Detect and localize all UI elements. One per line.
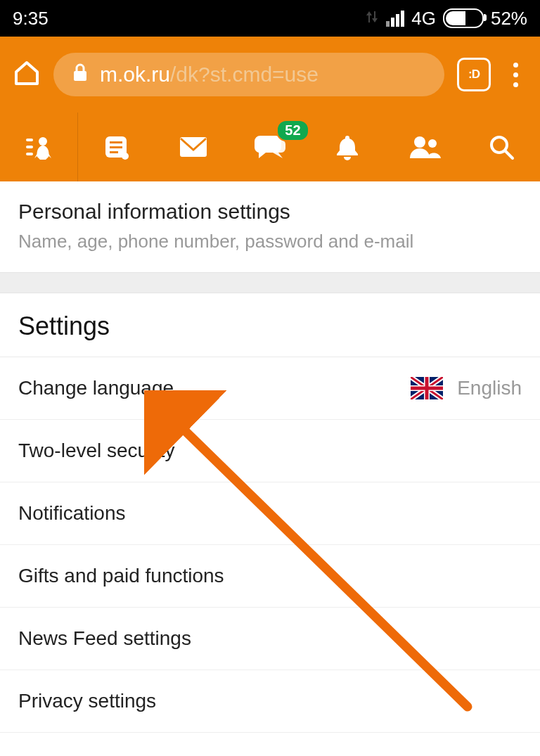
tabs-indicator: :D: [468, 68, 480, 82]
more-menu-icon[interactable]: [503, 63, 527, 87]
svg-point-11: [414, 136, 425, 148]
battery-icon: [443, 8, 484, 28]
svg-point-9: [122, 153, 129, 160]
svg-point-12: [428, 139, 437, 148]
row-label: News Feed settings: [18, 627, 191, 650]
svg-rect-6: [110, 141, 122, 143]
nav-mail-icon[interactable]: [155, 113, 232, 181]
row-news-feed-settings[interactable]: News Feed settings: [0, 608, 540, 670]
network-type: 4G: [411, 8, 436, 30]
svg-rect-0: [74, 71, 86, 81]
settings-heading: Settings: [0, 293, 540, 357]
data-transfer-icon: [365, 8, 379, 29]
svg-rect-3: [26, 153, 33, 155]
browser-toolbar: m.ok.ru/dk?st.cmd=use :D: [0, 37, 540, 113]
nav-search-icon[interactable]: [463, 113, 540, 181]
nav-bell-icon[interactable]: [309, 113, 386, 181]
nav-feed-icon[interactable]: [78, 113, 155, 181]
language-value: English: [457, 377, 522, 399]
address-bar[interactable]: m.ok.ru/dk?st.cmd=use: [53, 53, 444, 96]
row-label: Two-level security: [18, 440, 175, 462]
row-label: Notifications: [18, 502, 126, 525]
url-host: m.ok.ru: [100, 63, 170, 87]
row-change-language[interactable]: Change language English: [0, 357, 540, 420]
row-two-level-security[interactable]: Two-level security: [0, 420, 540, 482]
row-gifts-paid[interactable]: Gifts and paid functions: [0, 545, 540, 608]
nav-friends-icon[interactable]: [386, 113, 463, 181]
url-path: /dk?st.cmd=use: [170, 63, 319, 87]
row-privacy-settings[interactable]: Privacy settings: [0, 670, 540, 733]
nav-menu-icon[interactable]: [0, 113, 77, 181]
language-current: English: [411, 377, 522, 399]
battery-percent: 52%: [491, 8, 527, 30]
lock-icon: [72, 63, 89, 87]
tabs-button[interactable]: :D: [457, 58, 491, 91]
status-right-cluster: 4G 52%: [365, 8, 527, 30]
nav-chat-icon[interactable]: 52: [232, 113, 309, 181]
personal-info-block[interactable]: Personal information settings Name, age,…: [0, 181, 540, 272]
svg-rect-1: [26, 139, 33, 141]
row-label: Gifts and paid functions: [18, 565, 224, 587]
personal-info-subtitle: Name, age, phone number, password and e-…: [18, 231, 522, 252]
svg-point-4: [39, 137, 47, 146]
svg-rect-8: [110, 151, 118, 153]
status-time: 9:35: [13, 8, 49, 30]
site-top-nav: 52: [0, 113, 540, 181]
android-status-bar: 9:35 4G 52%: [0, 0, 540, 37]
row-label: Change language: [18, 377, 174, 399]
signal-icon: [386, 11, 404, 27]
home-icon[interactable]: [13, 59, 41, 90]
svg-rect-2: [26, 146, 33, 148]
row-label: Privacy settings: [18, 690, 156, 712]
chat-badge: 52: [276, 120, 309, 141]
svg-line-14: [506, 151, 513, 158]
section-gap: [0, 272, 540, 293]
svg-rect-19: [411, 387, 443, 390]
svg-rect-7: [110, 146, 122, 148]
personal-info-title: Personal information settings: [18, 200, 522, 224]
row-notifications[interactable]: Notifications: [0, 482, 540, 545]
uk-flag-icon: [411, 377, 443, 399]
